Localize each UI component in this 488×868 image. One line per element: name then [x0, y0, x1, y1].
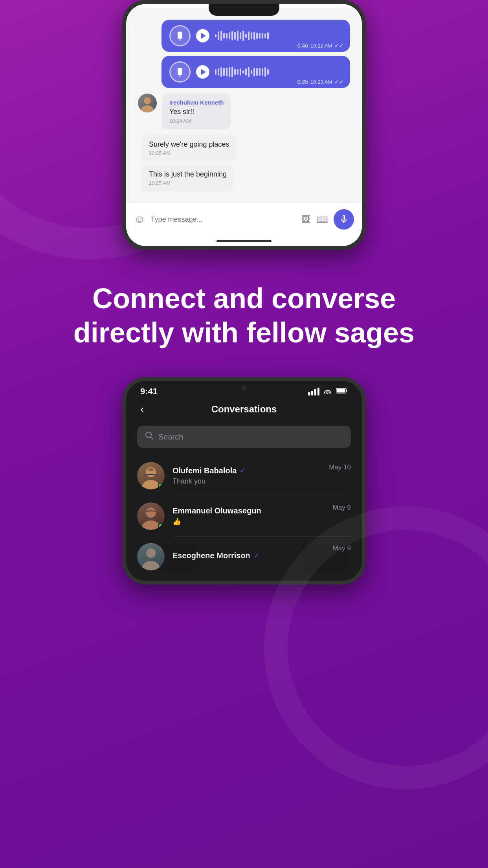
signal-bar-1	[308, 392, 310, 395]
incoming-bubble: Irechukwu Kenneth Yes sir!! 10:24 AM	[162, 94, 231, 129]
wf-bar	[226, 33, 227, 39]
voice-duration-2: 0:35	[297, 79, 308, 85]
voice-message-1: 0:46 10:22 AM ✓✓	[161, 20, 350, 52]
svg-point-13	[142, 561, 160, 570]
wf-bar	[242, 31, 244, 41]
svg-point-11	[142, 520, 160, 530]
voice-time-1: 10:22 AM	[310, 43, 332, 49]
waveform-1	[215, 30, 342, 42]
chat-input-bar: ☺ 🖼 📖	[126, 202, 362, 236]
avatar-image	[138, 94, 157, 112]
mic-svg	[339, 215, 349, 224]
outgoing-message-2: This is just the beginning 10:25 AM	[138, 165, 350, 191]
wf-bar	[234, 69, 236, 75]
sender-name: Irechukwu Kenneth	[169, 99, 224, 106]
wf-bar	[218, 68, 219, 75]
voice-meta-1: 0:46 10:22 AM ✓✓	[297, 42, 344, 49]
play-button-2[interactable]	[196, 65, 209, 79]
convo-preview-2: 👍	[172, 518, 181, 526]
verified-badge-1: ✓	[240, 466, 246, 475]
wf-bar	[237, 69, 238, 75]
top-phone-frame: 0:46 10:22 AM ✓✓	[122, 0, 366, 250]
search-placeholder: Search	[158, 432, 183, 441]
phone-notch	[205, 381, 283, 395]
wf-bar	[248, 67, 250, 77]
wf-bar	[245, 34, 247, 38]
convo-date-1: May 10	[329, 463, 351, 471]
wf-bar	[262, 33, 263, 39]
bottom-phone-frame: 9:41	[122, 377, 366, 585]
outgoing-bubble-2: This is just the beginning 10:25 AM	[142, 165, 234, 191]
outgoing-message-1: Surely we're going places 10:25 AM	[138, 135, 350, 162]
top-phone-screen: 0:46 10:22 AM ✓✓	[126, 4, 362, 246]
bottom-phone-wrapper: 9:41	[0, 377, 488, 596]
wf-bar	[242, 70, 244, 74]
search-bar[interactable]: Search	[137, 426, 351, 448]
svg-rect-5	[337, 389, 345, 392]
play-button-1[interactable]	[196, 29, 209, 42]
incoming-text: Yes sir!!	[169, 107, 224, 116]
wf-bar	[220, 31, 222, 41]
wf-bar	[267, 69, 269, 75]
signal-bar-3	[314, 389, 316, 395]
wf-bar	[220, 67, 222, 77]
wf-bar	[229, 32, 230, 39]
convo-preview-1: Thank you	[172, 477, 205, 485]
convo-name-1: Olufemi Babalola	[172, 466, 237, 475]
wf-bar	[223, 33, 225, 39]
wf-bar	[251, 32, 252, 39]
sender-avatar	[138, 94, 157, 112]
conversation-item-3[interactable]: Eseoghene Morrison ✓ May 9	[126, 537, 362, 577]
camera-dot	[241, 385, 247, 391]
voice-duration-1: 0:46	[297, 42, 308, 49]
back-button[interactable]: ‹	[140, 403, 144, 416]
double-check-1: ✓✓	[334, 42, 344, 49]
message-input[interactable]	[151, 215, 296, 224]
book-svg-1	[174, 30, 185, 41]
wifi-icon	[323, 387, 332, 396]
status-icons	[308, 387, 348, 396]
svg-point-3	[141, 105, 154, 112]
status-bar: 9:41	[126, 381, 362, 397]
tagline-line1: Connect and converse	[92, 283, 396, 314]
book-icon[interactable]: 📖	[316, 214, 328, 225]
avatar-bg-3	[137, 543, 165, 570]
outgoing-text-2: This is just the beginning	[149, 170, 227, 178]
convo-date-2: May 9	[333, 504, 351, 512]
home-indicator	[126, 236, 362, 246]
wf-bar	[215, 34, 216, 37]
wf-bar	[248, 31, 250, 40]
top-phone-notch	[209, 4, 279, 16]
wf-bar	[218, 31, 219, 40]
wf-bar	[251, 70, 252, 74]
outgoing-time-2: 10:25 AM	[149, 180, 227, 186]
convo-name-row-2: Emmanuel Oluwasegun	[172, 506, 325, 515]
conversation-list: Olufemi Babalola ✓ Thank you May 10	[126, 452, 362, 581]
photo-icon[interactable]: 🖼	[301, 214, 311, 225]
convo-avatar-1	[137, 462, 165, 489]
voice-meta-2: 0:35 10:23 AM ✓✓	[297, 79, 344, 85]
wf-bar	[267, 32, 269, 39]
convo-info-2: Emmanuel Oluwasegun 👍	[172, 506, 325, 526]
wf-bar	[264, 33, 266, 38]
wf-bar	[223, 68, 225, 76]
svg-point-1	[179, 75, 181, 77]
conversation-item-1[interactable]: Olufemi Babalola ✓ Thank you May 10	[126, 456, 362, 496]
wf-bar	[234, 32, 236, 40]
tagline-line2: directly with fellow sages	[73, 317, 415, 348]
mic-button[interactable]	[334, 209, 354, 230]
online-indicator-1	[158, 483, 163, 488]
incoming-message: Irechukwu Kenneth Yes sir!! 10:24 AM	[138, 94, 350, 129]
voice-book-icon-1	[169, 25, 191, 46]
conversation-item-2[interactable]: Emmanuel Oluwasegun 👍 May 9	[126, 496, 362, 536]
wf-bar	[264, 67, 266, 77]
wf-bar	[240, 68, 241, 75]
top-phone-wrapper: 0:46 10:22 AM ✓✓	[0, 0, 488, 250]
emoji-button[interactable]: ☺	[134, 213, 145, 226]
svg-point-8	[142, 480, 160, 489]
battery-icon	[336, 388, 348, 396]
wf-bar	[240, 32, 241, 39]
outgoing-text-1: Surely we're going places	[149, 140, 229, 149]
home-bar	[216, 240, 272, 242]
wf-bar	[226, 68, 227, 76]
